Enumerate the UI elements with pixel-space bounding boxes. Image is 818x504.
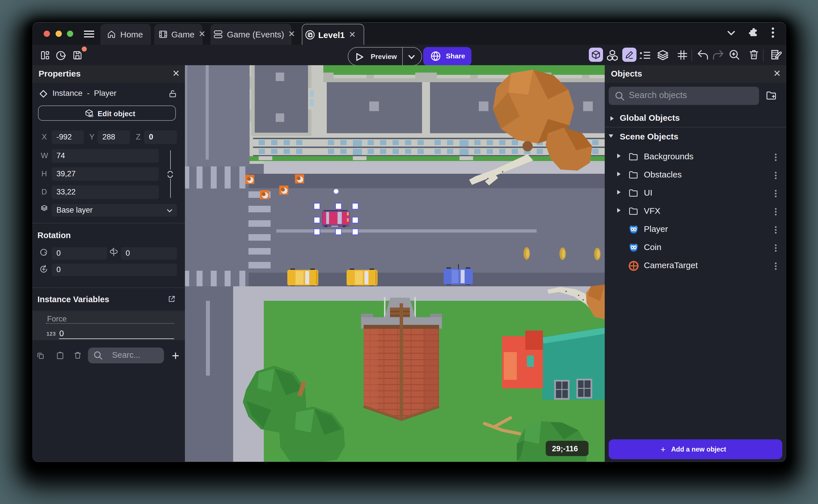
svg-text:3D: 3D bbox=[89, 114, 93, 117]
svg-text:29;-116: 29;-116 bbox=[552, 444, 578, 453]
